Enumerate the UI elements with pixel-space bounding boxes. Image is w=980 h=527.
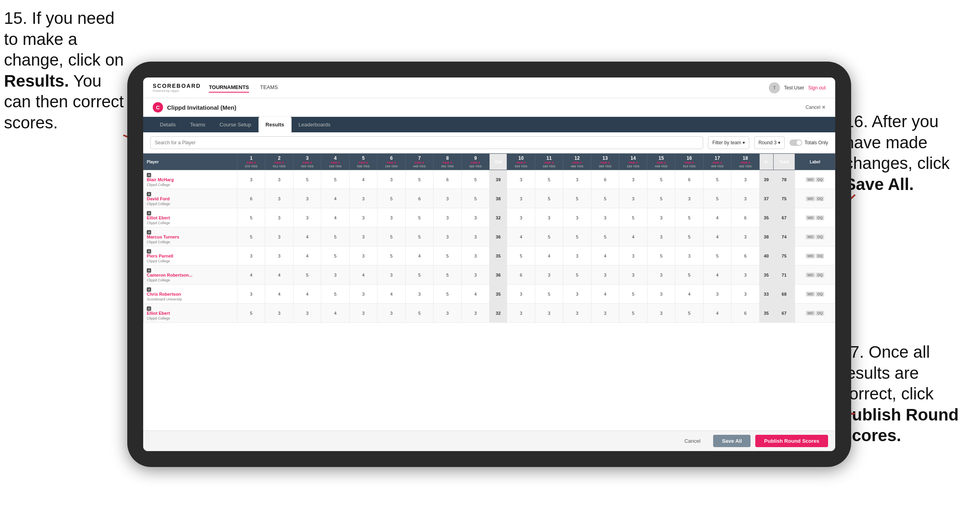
score-h8[interactable]: 5 bbox=[434, 246, 462, 265]
score-h18[interactable]: 3 bbox=[731, 265, 760, 285]
score-h1[interactable]: 5 bbox=[237, 304, 265, 323]
score-h10[interactable]: 3 bbox=[507, 208, 535, 227]
score-h9[interactable]: 4 bbox=[461, 285, 490, 304]
cancel-close-btn[interactable]: Cancel ✕ bbox=[805, 105, 826, 110]
score-h1[interactable]: 5 bbox=[237, 208, 265, 227]
score-h17[interactable]: 4 bbox=[703, 265, 731, 285]
score-h3[interactable]: 5 bbox=[293, 170, 321, 189]
score-h6[interactable]: 5 bbox=[377, 227, 406, 246]
wd-button[interactable]: WD bbox=[806, 292, 815, 296]
score-h13[interactable]: 5 bbox=[591, 227, 619, 246]
score-h18[interactable]: 3 bbox=[731, 285, 760, 304]
tab-details[interactable]: Details bbox=[153, 117, 183, 132]
score-h11[interactable]: 4 bbox=[535, 246, 563, 265]
score-h14[interactable]: 4 bbox=[619, 227, 648, 246]
score-h8[interactable]: 3 bbox=[434, 189, 462, 208]
score-h16[interactable]: 5 bbox=[675, 265, 704, 285]
score-h18[interactable]: 6 bbox=[731, 246, 760, 265]
score-h17[interactable]: 4 bbox=[703, 208, 731, 227]
score-h8[interactable]: 3 bbox=[434, 304, 462, 323]
score-h12[interactable]: 3 bbox=[563, 208, 591, 227]
score-h16[interactable]: 5 bbox=[675, 208, 704, 227]
score-h16[interactable]: 6 bbox=[675, 170, 704, 189]
wd-button[interactable]: WD bbox=[806, 311, 815, 316]
score-h18[interactable]: 6 bbox=[731, 208, 760, 227]
wd-button[interactable]: WD bbox=[806, 196, 815, 201]
score-h7[interactable]: 5 bbox=[405, 208, 434, 227]
score-h5[interactable]: 3 bbox=[349, 285, 377, 304]
score-h7[interactable]: 6 bbox=[405, 189, 434, 208]
score-h10[interactable]: 5 bbox=[507, 246, 535, 265]
score-h15[interactable]: 5 bbox=[647, 189, 675, 208]
score-h6[interactable]: 3 bbox=[377, 170, 406, 189]
score-h1[interactable]: 5 bbox=[237, 227, 265, 246]
score-h7[interactable]: 5 bbox=[405, 265, 434, 285]
score-h1[interactable]: 6 bbox=[237, 189, 265, 208]
score-h18[interactable]: 6 bbox=[731, 304, 760, 323]
score-h12[interactable]: 3 bbox=[563, 170, 591, 189]
score-h18[interactable]: 3 bbox=[731, 189, 760, 208]
dq-button[interactable]: DQ bbox=[816, 196, 824, 201]
score-h7[interactable]: 3 bbox=[405, 285, 434, 304]
score-h7[interactable]: 5 bbox=[405, 304, 434, 323]
score-h7[interactable]: 5 bbox=[405, 227, 434, 246]
score-h8[interactable]: 3 bbox=[434, 227, 462, 246]
save-all-button[interactable]: Save All bbox=[713, 435, 751, 447]
score-h13[interactable]: 6 bbox=[591, 170, 619, 189]
signout-link[interactable]: Sign out bbox=[808, 85, 826, 91]
dq-button[interactable]: DQ bbox=[816, 311, 824, 316]
score-h16[interactable]: 3 bbox=[675, 189, 704, 208]
toggle-switch[interactable] bbox=[789, 140, 802, 146]
score-h4[interactable]: 5 bbox=[321, 285, 350, 304]
nav-tournaments[interactable]: TOURNAMENTS bbox=[209, 83, 249, 93]
tab-leaderboards[interactable]: Leaderboards bbox=[292, 117, 338, 132]
score-h5[interactable]: 3 bbox=[349, 304, 377, 323]
score-h9[interactable]: 5 bbox=[461, 189, 490, 208]
score-h8[interactable]: 5 bbox=[434, 265, 462, 285]
score-h5[interactable]: 3 bbox=[349, 208, 377, 227]
score-h12[interactable]: 3 bbox=[563, 304, 591, 323]
score-h11[interactable]: 3 bbox=[535, 304, 563, 323]
score-h2[interactable]: 4 bbox=[265, 285, 294, 304]
score-h17[interactable]: 3 bbox=[703, 285, 731, 304]
score-h13[interactable]: 3 bbox=[591, 265, 619, 285]
score-h11[interactable]: 5 bbox=[535, 170, 563, 189]
score-h2[interactable]: 3 bbox=[265, 189, 294, 208]
score-h9[interactable]: 3 bbox=[461, 208, 490, 227]
score-h2[interactable]: 3 bbox=[265, 208, 294, 227]
tab-teams[interactable]: Teams bbox=[183, 117, 212, 132]
score-h12[interactable]: 5 bbox=[563, 189, 591, 208]
score-h12[interactable]: 3 bbox=[563, 285, 591, 304]
score-h9[interactable]: 5 bbox=[461, 170, 490, 189]
score-h10[interactable]: 4 bbox=[507, 227, 535, 246]
score-h11[interactable]: 5 bbox=[535, 227, 563, 246]
wd-button[interactable]: WD bbox=[806, 254, 815, 258]
score-h6[interactable]: 3 bbox=[377, 304, 406, 323]
nav-teams[interactable]: TEAMS bbox=[260, 83, 278, 93]
score-h14[interactable]: 3 bbox=[619, 170, 648, 189]
score-h4[interactable]: 4 bbox=[321, 208, 350, 227]
score-h15[interactable]: 5 bbox=[647, 246, 675, 265]
score-h9[interactable]: 3 bbox=[461, 265, 490, 285]
score-h3[interactable]: 4 bbox=[293, 227, 321, 246]
score-h15[interactable]: 3 bbox=[647, 304, 675, 323]
score-h9[interactable]: 3 bbox=[461, 304, 490, 323]
score-h15[interactable]: 5 bbox=[647, 170, 675, 189]
score-h3[interactable]: 3 bbox=[293, 304, 321, 323]
dq-button[interactable]: DQ bbox=[816, 177, 824, 182]
score-h5[interactable]: 4 bbox=[349, 265, 377, 285]
score-h16[interactable]: 4 bbox=[675, 285, 704, 304]
publish-round-scores-button[interactable]: Publish Round Scores bbox=[755, 435, 828, 447]
score-h2[interactable]: 3 bbox=[265, 227, 294, 246]
score-h4[interactable]: 4 bbox=[321, 304, 350, 323]
score-h16[interactable]: 5 bbox=[675, 227, 704, 246]
score-h3[interactable]: 4 bbox=[293, 285, 321, 304]
score-h10[interactable]: 3 bbox=[507, 170, 535, 189]
cancel-button[interactable]: Cancel bbox=[677, 435, 708, 447]
score-h13[interactable]: 5 bbox=[591, 189, 619, 208]
score-h11[interactable]: 3 bbox=[535, 208, 563, 227]
score-h13[interactable]: 3 bbox=[591, 304, 619, 323]
wd-button[interactable]: WD bbox=[806, 177, 815, 182]
score-h1[interactable]: 3 bbox=[237, 285, 265, 304]
score-h8[interactable]: 5 bbox=[434, 285, 462, 304]
